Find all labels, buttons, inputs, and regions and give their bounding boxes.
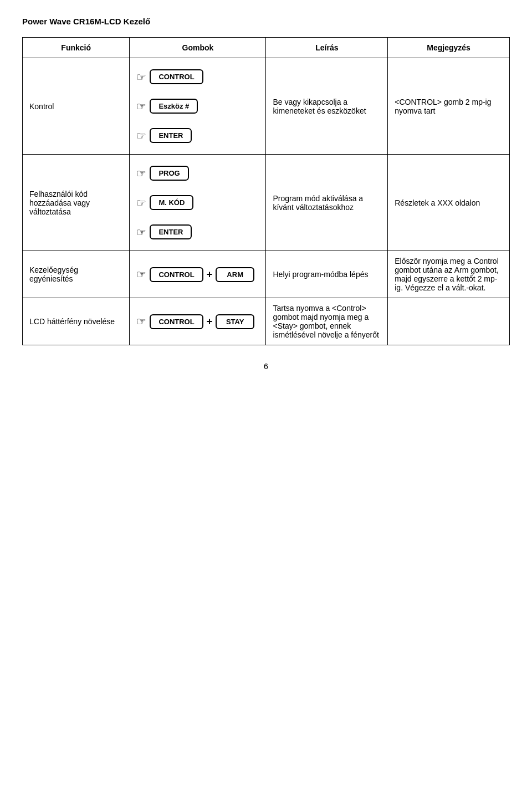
header-leírás: Leírás bbox=[266, 38, 388, 58]
finger-icon: ☞ bbox=[136, 226, 146, 239]
funkció-cell-0: Kontrol bbox=[23, 58, 130, 155]
header-funkció: Funkció bbox=[23, 38, 130, 58]
button-row-0-0: ☞CONTROL bbox=[136, 68, 203, 85]
gombok-cell-0: ☞CONTROL☞Eszköz #☞ENTER bbox=[130, 58, 266, 155]
finger-icon: ☞ bbox=[136, 129, 146, 142]
plus-icon: + bbox=[207, 269, 213, 280]
funkció-cell-2: Kezelőegység egyéniesítés bbox=[23, 251, 130, 298]
button-label: PROG bbox=[150, 166, 188, 181]
button-label: ENTER bbox=[150, 224, 192, 239]
leírás-cell-2: Helyi program-módba lépés bbox=[266, 251, 388, 298]
button-row-2-0: ☞CONTROL+ARM bbox=[136, 266, 254, 283]
page-title: Power Wave CR16M-LCD Kezelő bbox=[22, 17, 510, 26]
megjegyzés-cell-3 bbox=[388, 298, 510, 345]
gombok-cell-1: ☞PROG☞M. KÓD☞ENTER bbox=[130, 155, 266, 251]
megjegyzés-cell-1: Részletek a XXX oldalon bbox=[388, 155, 510, 251]
finger-icon: ☞ bbox=[136, 100, 146, 113]
button-label: CONTROL bbox=[150, 69, 203, 84]
button-label-2: STAY bbox=[216, 314, 254, 329]
button-label-2: ARM bbox=[216, 267, 254, 282]
funkció-cell-1: Felhasználói kód hozzáadása vagy változt… bbox=[23, 155, 130, 251]
button-row-0-1: ☞Eszköz # bbox=[136, 98, 198, 115]
finger-icon: ☞ bbox=[136, 70, 146, 84]
megjegyzés-cell-0: <CONTROL> gomb 2 mp-ig nyomva tart bbox=[388, 58, 510, 155]
button-row-3-0: ☞CONTROL+STAY bbox=[136, 313, 254, 330]
finger-icon: ☞ bbox=[136, 315, 146, 328]
leírás-cell-1: Program mód aktiválása a kívánt változta… bbox=[266, 155, 388, 251]
page-number: 6 bbox=[22, 362, 510, 371]
main-table: Funkció Gombok Leírás Megjegyzés Kontrol… bbox=[22, 37, 510, 345]
button-label-1: CONTROL bbox=[150, 314, 203, 329]
header-megjegyzés: Megjegyzés bbox=[388, 38, 510, 58]
gombok-cell-3: ☞CONTROL+STAY bbox=[130, 298, 266, 345]
button-row-0-2: ☞ENTER bbox=[136, 127, 192, 144]
gombok-cell-2: ☞CONTROL+ARM bbox=[130, 251, 266, 298]
funkció-cell-3: LCD háttérfény növelése bbox=[23, 298, 130, 345]
button-label-1: CONTROL bbox=[150, 267, 203, 282]
leírás-cell-3: Tartsa nyomva a <Control> gombot majd ny… bbox=[266, 298, 388, 345]
finger-icon: ☞ bbox=[136, 268, 146, 281]
button-label: ENTER bbox=[150, 128, 192, 143]
button-label: Eszköz # bbox=[150, 99, 198, 114]
plus-icon: + bbox=[207, 316, 213, 328]
button-label: M. KÓD bbox=[150, 195, 193, 210]
header-gombok: Gombok bbox=[130, 38, 266, 58]
button-row-1-0: ☞PROG bbox=[136, 165, 188, 182]
leírás-cell-0: Be vagy kikapcsolja a kimeneteket és esz… bbox=[266, 58, 388, 155]
megjegyzés-cell-2: Először nyomja meg a Control gombot után… bbox=[388, 251, 510, 298]
finger-icon: ☞ bbox=[136, 167, 146, 180]
finger-icon: ☞ bbox=[136, 196, 146, 210]
button-row-1-1: ☞M. KÓD bbox=[136, 194, 193, 211]
button-row-1-2: ☞ENTER bbox=[136, 223, 192, 241]
